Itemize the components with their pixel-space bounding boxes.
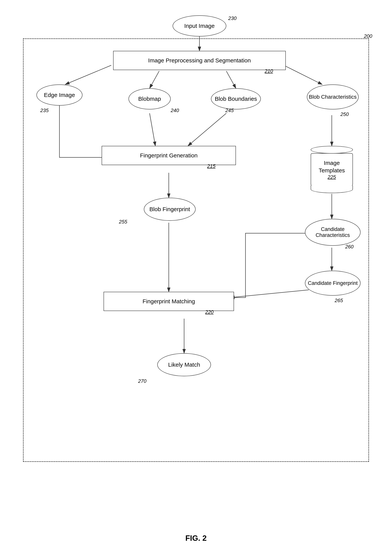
- ref-265: 265: [335, 298, 343, 303]
- input-image-label: Input Image: [184, 23, 215, 29]
- image-templates-label: Image Templates: [311, 159, 352, 174]
- likely-match-label: Likely Match: [168, 361, 200, 368]
- ref-250: 250: [340, 111, 349, 117]
- blob-fingerprint-label: Blob Fingerprint: [149, 206, 190, 213]
- blob-characteristics-node: Blob Characteristics: [307, 85, 359, 109]
- ref-245: 245: [225, 108, 234, 114]
- candidate-characteristics-node: Candidate Characteristics: [305, 219, 361, 246]
- ref-215: 215: [207, 163, 215, 169]
- fingerprint-generation-node: Fingerprint Generation: [102, 146, 236, 165]
- ref-230: 230: [228, 15, 237, 21]
- ref-200: 200: [364, 33, 372, 39]
- candidate-fingerprint-label: Candidate Fingerprint: [308, 280, 358, 286]
- cylinder-bottom: [311, 186, 353, 193]
- ref-210: 210: [265, 68, 273, 74]
- likely-match-node: Likely Match: [157, 353, 211, 376]
- ref-255: 255: [119, 219, 127, 225]
- preprocessing-node: Image Preprocessing and Segmentation: [113, 51, 286, 70]
- fingerprint-matching-node: Fingerprint Matching: [104, 292, 234, 311]
- candidate-fingerprint-node: Candidate Fingerprint: [305, 271, 361, 296]
- ref-225: 225: [311, 174, 352, 180]
- ref-235: 235: [40, 108, 49, 114]
- blobmap-node: Blobmap: [128, 88, 171, 109]
- ref-220: 220: [205, 309, 213, 315]
- preprocessing-label: Image Preprocessing and Segmentation: [148, 57, 251, 64]
- fingerprint-generation-label: Fingerprint Generation: [140, 152, 197, 159]
- ref-260: 260: [345, 244, 353, 250]
- candidate-characteristics-label: Candidate Characteristics: [305, 226, 360, 238]
- edge-image-node: Edge Image: [36, 85, 83, 106]
- cylinder-body: Image Templates 225: [311, 153, 353, 186]
- blob-fingerprint-node: Blob Fingerprint: [144, 198, 196, 221]
- edge-image-label: Edge Image: [44, 92, 75, 98]
- blobmap-label: Blobmap: [138, 96, 161, 102]
- ref-240: 240: [171, 108, 179, 114]
- fig-caption: FIG. 2: [0, 534, 392, 542]
- blob-boundaries-node: Blob Boundaries: [211, 88, 261, 109]
- input-image-node: Input Image: [173, 15, 226, 36]
- cylinder-top: [311, 146, 353, 154]
- ref-270: 270: [138, 378, 146, 384]
- fingerprint-matching-label: Fingerprint Matching: [142, 298, 195, 305]
- image-templates-node: Image Templates 225: [311, 146, 353, 193]
- blob-boundaries-label: Blob Boundaries: [215, 96, 257, 102]
- blob-characteristics-label: Blob Characteristics: [309, 94, 357, 100]
- diagram-container: 200 Input Image 230 Image Preprocessing …: [15, 12, 377, 516]
